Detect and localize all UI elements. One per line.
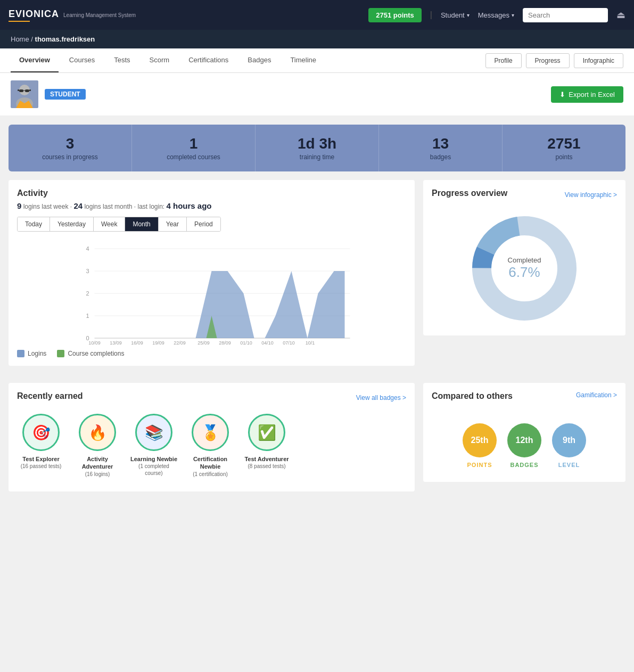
rank-level-label: LEVEL: [552, 462, 586, 468]
avatar: [11, 80, 38, 108]
svg-text:25/09: 25/09: [197, 340, 210, 345]
svg-text:19/09: 19/09: [152, 340, 164, 345]
logo: EVIONICA: [9, 9, 59, 22]
badge-test-adventurer: ✅ Test Adventurer (8 passed tests): [243, 414, 291, 478]
rank-badges: 12th BADGES: [507, 423, 541, 468]
svg-rect-6: [18, 89, 19, 91]
stat-training-time: 1d 3h training time: [256, 125, 379, 171]
badges-row: 🎯 Test Explorer (16 passed tests) 🔥 Acti…: [17, 408, 406, 483]
svg-text:13/09: 13/09: [110, 340, 122, 345]
logo-text: EVIONICA: [9, 9, 59, 20]
export-excel-button[interactable]: ⬇ Export in Excel: [551, 86, 623, 103]
svg-rect-4: [25, 89, 29, 92]
progress-section: Progress overview View infographic >: [423, 180, 625, 335]
student-menu[interactable]: Student ▾: [441, 11, 470, 19]
infographic-button[interactable]: Infographic: [574, 53, 623, 68]
gamification-link[interactable]: Gamification >: [576, 391, 617, 404]
stats-strip: 3 courses in progress 1 completed course…: [9, 125, 625, 171]
stat-badges: 13 badges: [379, 125, 503, 171]
view-infographic-link[interactable]: View infographic >: [565, 191, 617, 199]
progress-title: Progress overview: [432, 189, 507, 198]
svg-text:22/09: 22/09: [174, 340, 186, 345]
chevron-down-icon: ▾: [512, 12, 514, 18]
legend-completions: Course completions: [57, 350, 124, 357]
header: EVIONICA Learning Management System 2751…: [0, 0, 634, 30]
badge-test-explorer: 🎯 Test Explorer (16 passed tests): [17, 414, 65, 478]
search-input[interactable]: [523, 8, 608, 22]
svg-text:2: 2: [86, 290, 89, 297]
svg-text:04/10: 04/10: [261, 340, 274, 345]
points-badge: 2751 points: [368, 8, 422, 22]
chevron-down-icon: ▾: [467, 12, 470, 18]
bottom-sections: Recently earned View all badges > 🎯 Test…: [0, 383, 634, 509]
rank-points: 25th POINTS: [463, 423, 497, 468]
activity-section: Activity 9 logins last week · 24 logins …: [9, 180, 415, 366]
svg-text:07/10: 07/10: [283, 340, 295, 345]
logo-subtitle: Learning Management System: [63, 12, 136, 19]
progress-header: Progress overview View infographic >: [432, 189, 617, 201]
view-all-badges-link[interactable]: View all badges >: [356, 394, 406, 401]
recently-earned-title: Recently earned: [17, 391, 83, 401]
recently-earned-section: Recently earned View all badges > 🎯 Test…: [9, 383, 415, 491]
legend-logins: Logins: [17, 350, 46, 357]
completions-color: [57, 350, 64, 357]
filter-period[interactable]: Period: [187, 217, 220, 231]
rank-points-circle: 25th: [463, 423, 497, 457]
svg-rect-3: [19, 89, 23, 92]
tab-overview[interactable]: Overview: [11, 48, 59, 72]
tab-tests[interactable]: Tests: [105, 48, 138, 72]
stat-completed-courses: 1 completed courses: [132, 125, 256, 171]
activity-subtitle: 9 logins last week · 24 logins last mont…: [17, 201, 406, 210]
profile-button[interactable]: Profile: [485, 53, 522, 68]
svg-text:28/09: 28/09: [219, 340, 231, 345]
tabs-bar: Overview Courses Tests Scorm Certificati…: [0, 48, 634, 73]
student-badge: STUDENT: [45, 89, 86, 100]
tab-courses[interactable]: Courses: [61, 48, 103, 72]
badge-learning-newbie: 📚 Learning Newbie (1 completed course): [130, 414, 178, 478]
tab-timeline[interactable]: Timeline: [282, 48, 325, 72]
badge-certification-newbie: 🏅 Certification Newbie (1 certification): [186, 414, 234, 478]
filter-year[interactable]: Year: [159, 217, 187, 231]
activity-title: Activity: [17, 189, 406, 198]
stat-points: 2751 points: [503, 125, 625, 171]
donut-chart: Completed 6.7%: [432, 210, 617, 327]
header-divider: |: [430, 10, 432, 20]
tab-scorm[interactable]: Scorm: [141, 48, 178, 72]
user-section: STUDENT ⬇ Export in Excel: [0, 73, 634, 116]
svg-text:16/09: 16/09: [131, 340, 143, 345]
svg-text:4: 4: [86, 245, 89, 252]
rank-level: 9th LEVEL: [552, 423, 586, 468]
stat-courses-progress: 3 courses in progress: [9, 125, 132, 171]
svg-text:3: 3: [86, 268, 89, 274]
svg-text:10/1: 10/1: [306, 340, 315, 345]
breadcrumb-separator: /: [31, 35, 33, 43]
rank-points-label: POINTS: [463, 462, 497, 468]
activity-chart: 4 3 2 1 0 10/09 13/09 16/09 19/09: [17, 238, 406, 345]
messages-menu[interactable]: Messages ▾: [478, 11, 514, 19]
filter-today[interactable]: Today: [18, 217, 50, 231]
breadcrumb-home[interactable]: Home: [11, 35, 29, 43]
chart-legend: Logins Course completions: [17, 350, 406, 357]
donut-percent: 6.7%: [508, 264, 541, 281]
breadcrumb-current: thomas.fredriksen: [35, 35, 95, 43]
tab-badges[interactable]: Badges: [239, 48, 279, 72]
filter-week[interactable]: Week: [94, 217, 125, 231]
filter-yesterday[interactable]: Yesterday: [50, 217, 94, 231]
compare-header: Compared to others Gamification >: [432, 391, 617, 404]
progress-button[interactable]: Progress: [526, 53, 570, 68]
compared-section: Compared to others Gamification > 25th P…: [423, 383, 625, 482]
svg-text:01/10: 01/10: [240, 340, 252, 345]
tabs-right: Profile Progress Infographic: [485, 53, 623, 68]
tab-certifications[interactable]: Certifications: [180, 48, 237, 72]
logins-color: [17, 350, 24, 357]
rank-badges-label: BADGES: [507, 462, 541, 468]
export-icon: ⬇: [559, 91, 565, 99]
compared-title: Compared to others: [432, 391, 513, 401]
svg-rect-7: [29, 89, 31, 91]
rank-circles: 25th POINTS 12th BADGES 9th LEVEL: [432, 413, 617, 473]
filter-month[interactable]: Month: [125, 217, 158, 231]
logo-area: EVIONICA Learning Management System: [9, 9, 136, 22]
logout-icon[interactable]: ⏏: [616, 9, 625, 21]
svg-text:10/09: 10/09: [88, 340, 101, 345]
svg-marker-19: [95, 271, 345, 338]
